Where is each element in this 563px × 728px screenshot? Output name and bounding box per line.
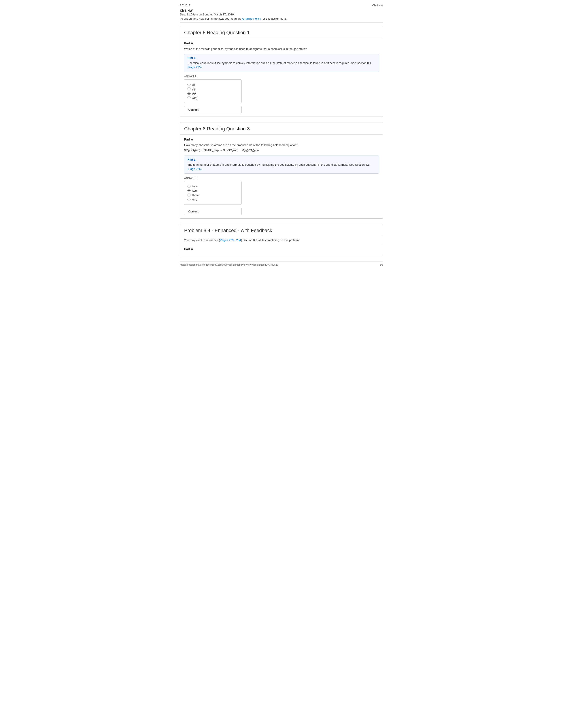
option-g[interactable]: (g) (187, 92, 238, 95)
answer-box-3: four two three one (184, 181, 241, 205)
option-three[interactable]: three (187, 193, 238, 197)
problem-84-part-a-label: Part A (184, 247, 379, 251)
option-l-text: (l) (192, 83, 195, 86)
radio-three (187, 193, 190, 197)
answer-box-1: (l) (s) (g) (aq) (184, 79, 241, 103)
top-divider (180, 23, 383, 23)
assignment-title: Ch 8 HW (180, 9, 383, 12)
footer: https://session.masteringchemistry.com/m… (180, 261, 383, 268)
problem-84-block: Problem 8.4 - Enhanced - with Feedback Y… (180, 224, 383, 256)
option-two[interactable]: two (187, 189, 238, 192)
radio-s (187, 87, 190, 90)
problem-84-part-a: Part A (180, 244, 383, 256)
grading-policy-suffix: for this assignment. (261, 17, 287, 20)
option-one-text: one (192, 198, 197, 201)
grading-policy-prefix: To understand how points are awarded, re… (180, 17, 242, 20)
radio-aq (187, 96, 190, 99)
question-1-part-a: Part A Which of the following chemical s… (180, 38, 383, 117)
option-g-text: (g) (192, 92, 196, 95)
option-s-text: (s) (192, 87, 195, 91)
footer-page-indicator: 1/6 (380, 263, 383, 266)
hint-box-1: Hint 1. Chemical equations utilize symbo… (184, 54, 379, 72)
question-3-title: Chapter 8 Reading Question 3 (180, 122, 383, 135)
question-3-text: How many phosphorus atoms are on the pro… (184, 143, 379, 153)
radio-l (187, 83, 190, 86)
page-header-title: Ch 8 HW (372, 4, 383, 7)
radio-g (187, 92, 190, 95)
option-three-text: three (192, 193, 199, 197)
hint-page-link-1[interactable]: (Page 225) (187, 66, 201, 69)
question-block-3: Chapter 8 Reading Question 3 Part A How … (180, 122, 383, 219)
grading-policy-link[interactable]: Grading Policy (242, 17, 261, 20)
option-four[interactable]: four (187, 185, 238, 188)
option-l[interactable]: (l) (187, 83, 238, 86)
hint-text-1: Chemical equations utilize symbols to co… (187, 61, 376, 69)
hint-title-3: Hint 1. (187, 158, 376, 161)
option-two-text: two (192, 189, 197, 192)
option-s[interactable]: (s) (187, 87, 238, 91)
option-aq[interactable]: (aq) (187, 96, 238, 99)
hint-box-3: Hint 1. The total number of atoms in eac… (184, 156, 379, 174)
question-1-title: Chapter 8 Reading Question 1 (180, 26, 383, 38)
grading-policy-line: To understand how points are awarded, re… (180, 17, 383, 20)
option-four-text: four (192, 185, 197, 188)
radio-one (187, 198, 190, 201)
question-block-1: Chapter 8 Reading Question 1 Part A Whic… (180, 26, 383, 117)
radio-two (187, 189, 190, 192)
hint-title-1: Hint 1. (187, 56, 376, 60)
page-date: 3/7/2019 (180, 4, 190, 7)
question-1-text: Which of the following chemical symbols … (184, 47, 379, 51)
question-3-part-a: Part A How many phosphorus atoms are on … (180, 135, 383, 218)
problem-84-title: Problem 8.4 - Enhanced - with Feedback (180, 224, 383, 236)
option-one[interactable]: one (187, 198, 238, 201)
problem-84-ref: You may want to reference (Pages 229 - 2… (180, 236, 383, 244)
due-date: Due: 11:59pm on Sunday, March 17, 2019 (180, 13, 383, 16)
footer-url: https://session.masteringchemistry.com/m… (180, 263, 278, 266)
option-aq-text: (aq) (192, 96, 197, 99)
part-a-label-3: Part A (184, 138, 379, 141)
radio-four (187, 185, 190, 188)
correct-badge-3: Correct (184, 208, 241, 215)
correct-badge-1: Correct (184, 106, 241, 113)
answer-label-3: ANSWER: (184, 177, 379, 180)
part-a-label-1: Part A (184, 41, 379, 45)
answer-label-1: ANSWER: (184, 75, 379, 78)
problem-84-ref-link[interactable]: Pages 229 - 234 (220, 238, 241, 242)
hint-page-link-3[interactable]: (Page 225) (187, 167, 201, 171)
hint-text-3: The total number of atoms in each formul… (187, 163, 376, 171)
